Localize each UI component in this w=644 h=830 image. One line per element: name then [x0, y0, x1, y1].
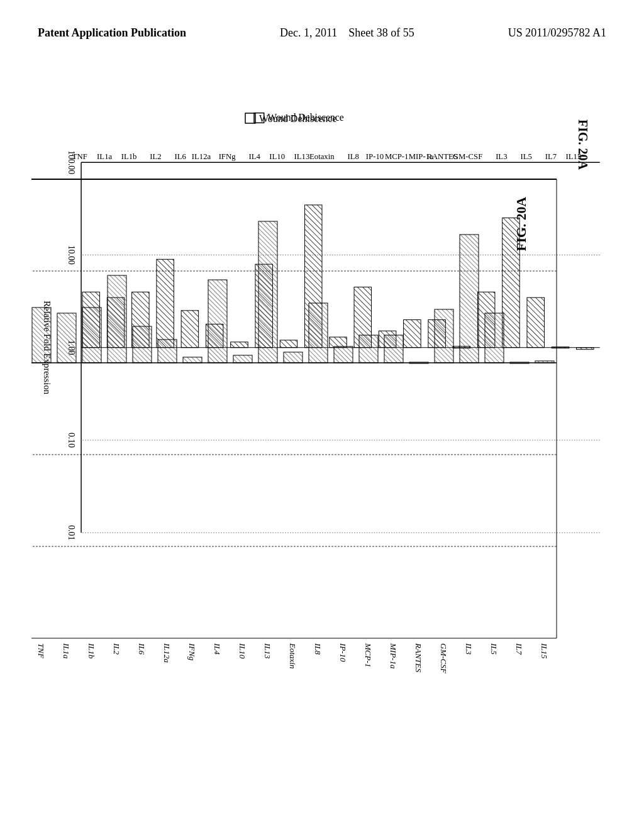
svg-rect-116	[82, 307, 101, 363]
svg-text:IL10: IL10	[238, 643, 247, 659]
svg-rect-90	[409, 362, 428, 363]
svg-text:IP-10: IP-10	[338, 643, 348, 662]
svg-text:IL1b: IL1b	[87, 643, 96, 659]
svg-text:IL12a: IL12a	[162, 643, 172, 663]
rotated-chart: 100.00 10.00 1.00 0.10 0.01 0.00 Relativ…	[31, 166, 557, 673]
publication-date: Dec. 1, 2011 Sheet 38 of 55	[280, 25, 414, 41]
svg-rect-96	[334, 346, 353, 363]
svg-text:TNF: TNF	[36, 643, 46, 659]
svg-text:Eotaxin: Eotaxin	[288, 643, 297, 668]
svg-text:IL7: IL7	[514, 643, 524, 655]
svg-rect-106	[208, 280, 227, 363]
svg-rect-114	[108, 275, 126, 363]
svg-text:IL13: IL13	[263, 643, 272, 659]
legend-text: Wound Dehiscence	[259, 113, 337, 124]
svg-rect-108	[183, 357, 202, 363]
svg-text:IL8: IL8	[313, 643, 323, 655]
svg-text:IL6: IL6	[137, 643, 147, 655]
svg-text:RANTES: RANTES	[414, 643, 423, 673]
legend-box	[245, 113, 255, 123]
page-header: Patent Application Publication Dec. 1, 2…	[0, 25, 644, 41]
svg-text:IL5: IL5	[489, 643, 499, 655]
patent-number: US 2011/0295782 A1	[508, 25, 606, 41]
svg-rect-98	[309, 303, 328, 363]
svg-rect-88	[435, 309, 453, 363]
svg-rect-82	[510, 362, 529, 363]
svg-text:IFNg: IFNg	[187, 643, 197, 661]
svg-text:IL3: IL3	[464, 643, 474, 655]
svg-text:IL4: IL4	[213, 643, 222, 655]
svg-rect-120	[32, 307, 51, 363]
svg-rect-94	[359, 335, 378, 363]
svg-rect-102	[258, 221, 277, 363]
main-chart: FIG. 20A Wound Dehiscence	[31, 94, 616, 786]
publication-title: Patent Application Publication	[38, 25, 186, 41]
svg-text:MIP-1a: MIP-1a	[389, 643, 398, 669]
svg-text:MCP-1: MCP-1	[364, 643, 373, 667]
svg-text:IL2: IL2	[112, 643, 121, 655]
svg-rect-112	[133, 326, 152, 363]
figure-label: FIG. 20A	[576, 119, 590, 170]
svg-rect-110	[158, 340, 177, 363]
svg-rect-100	[284, 352, 303, 363]
svg-rect-92	[384, 335, 403, 363]
svg-text:IL15: IL15	[540, 643, 549, 659]
svg-rect-86	[460, 235, 479, 363]
svg-text:IL1a: IL1a	[62, 643, 71, 659]
svg-text:GM-CSF: GM-CSF	[439, 643, 448, 674]
svg-rect-84	[485, 313, 504, 363]
svg-rect-80	[535, 361, 554, 363]
svg-rect-118	[57, 313, 76, 363]
svg-rect-104	[233, 355, 252, 363]
chart-group: 100.00 10.00 1.00 0.10 0.01 0.00 Relativ…	[31, 166, 557, 673]
